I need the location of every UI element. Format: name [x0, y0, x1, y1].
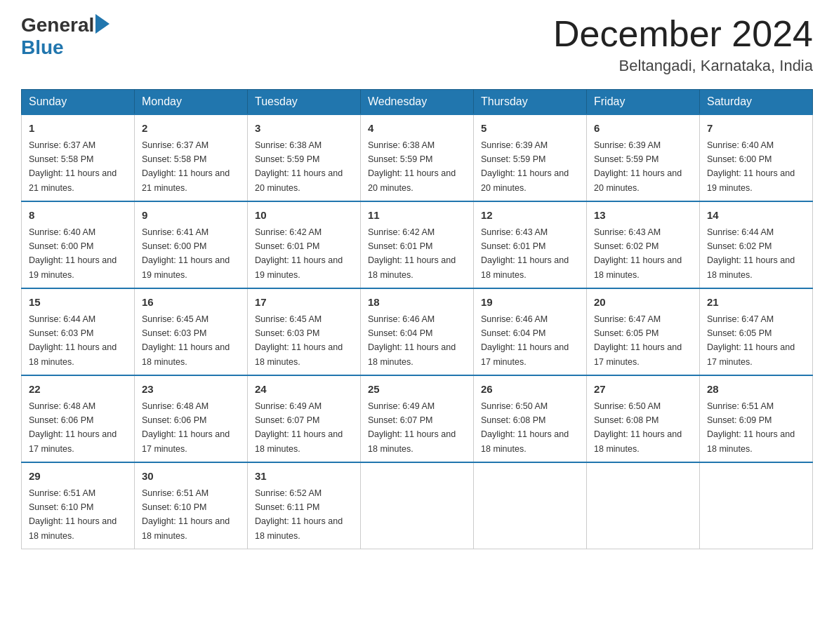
day-info: Sunrise: 6:51 AMSunset: 6:09 PMDaylight:…	[707, 401, 795, 454]
calendar-cell: 29 Sunrise: 6:51 AMSunset: 6:10 PMDaylig…	[22, 462, 135, 549]
day-number: 16	[142, 295, 240, 311]
week-row-4: 22 Sunrise: 6:48 AMSunset: 6:06 PMDaylig…	[22, 375, 813, 462]
day-info: Sunrise: 6:48 AMSunset: 6:06 PMDaylight:…	[29, 401, 117, 454]
calendar-cell: 7 Sunrise: 6:40 AMSunset: 6:00 PMDayligh…	[700, 114, 813, 201]
calendar-cell: 8 Sunrise: 6:40 AMSunset: 6:00 PMDayligh…	[22, 201, 135, 288]
day-info: Sunrise: 6:43 AMSunset: 6:02 PMDaylight:…	[594, 227, 682, 280]
day-number: 17	[255, 295, 353, 311]
day-info: Sunrise: 6:41 AMSunset: 6:00 PMDaylight:…	[142, 227, 230, 280]
day-info: Sunrise: 6:47 AMSunset: 6:05 PMDaylight:…	[707, 314, 795, 367]
calendar-cell: 19 Sunrise: 6:46 AMSunset: 6:04 PMDaylig…	[474, 288, 587, 375]
column-header-monday: Monday	[135, 90, 248, 115]
column-header-friday: Friday	[587, 90, 700, 115]
day-number: 3	[255, 121, 353, 137]
calendar-cell: 21 Sunrise: 6:47 AMSunset: 6:05 PMDaylig…	[700, 288, 813, 375]
day-info: Sunrise: 6:50 AMSunset: 6:08 PMDaylight:…	[481, 401, 569, 454]
day-info: Sunrise: 6:39 AMSunset: 5:59 PMDaylight:…	[594, 140, 682, 193]
day-info: Sunrise: 6:44 AMSunset: 6:02 PMDaylight:…	[707, 227, 795, 280]
week-row-5: 29 Sunrise: 6:51 AMSunset: 6:10 PMDaylig…	[22, 462, 813, 549]
calendar-cell: 15 Sunrise: 6:44 AMSunset: 6:03 PMDaylig…	[22, 288, 135, 375]
day-number: 15	[29, 295, 127, 311]
day-number: 7	[707, 121, 805, 137]
calendar-cell: 22 Sunrise: 6:48 AMSunset: 6:06 PMDaylig…	[22, 375, 135, 462]
logo-blue-text: Blue	[21, 36, 64, 59]
calendar-cell: 17 Sunrise: 6:45 AMSunset: 6:03 PMDaylig…	[248, 288, 361, 375]
calendar-cell: 13 Sunrise: 6:43 AMSunset: 6:02 PMDaylig…	[587, 201, 700, 288]
calendar-cell: 26 Sunrise: 6:50 AMSunset: 6:08 PMDaylig…	[474, 375, 587, 462]
calendar-cell: 28 Sunrise: 6:51 AMSunset: 6:09 PMDaylig…	[700, 375, 813, 462]
day-info: Sunrise: 6:42 AMSunset: 6:01 PMDaylight:…	[368, 227, 456, 280]
calendar-cell: 1 Sunrise: 6:37 AMSunset: 5:58 PMDayligh…	[22, 114, 135, 201]
day-number: 25	[368, 382, 466, 398]
calendar-cell: 3 Sunrise: 6:38 AMSunset: 5:59 PMDayligh…	[248, 114, 361, 201]
title-section: December 2024 Beltangadi, Karnataka, Ind…	[553, 14, 813, 75]
calendar-cell	[474, 462, 587, 549]
calendar-cell: 25 Sunrise: 6:49 AMSunset: 6:07 PMDaylig…	[361, 375, 474, 462]
day-number: 22	[29, 382, 127, 398]
day-number: 30	[142, 469, 240, 485]
day-info: Sunrise: 6:40 AMSunset: 6:00 PMDaylight:…	[29, 227, 117, 280]
day-number: 29	[29, 469, 127, 485]
calendar-cell: 11 Sunrise: 6:42 AMSunset: 6:01 PMDaylig…	[361, 201, 474, 288]
calendar-cell	[587, 462, 700, 549]
column-header-tuesday: Tuesday	[248, 90, 361, 115]
day-number: 2	[142, 121, 240, 137]
day-info: Sunrise: 6:51 AMSunset: 6:10 PMDaylight:…	[29, 488, 117, 541]
day-number: 28	[707, 382, 805, 398]
month-title: December 2024	[553, 14, 813, 54]
day-number: 20	[594, 295, 692, 311]
day-info: Sunrise: 6:44 AMSunset: 6:03 PMDaylight:…	[29, 314, 117, 367]
column-header-wednesday: Wednesday	[361, 90, 474, 115]
day-info: Sunrise: 6:50 AMSunset: 6:08 PMDaylight:…	[594, 401, 682, 454]
day-info: Sunrise: 6:42 AMSunset: 6:01 PMDaylight:…	[255, 227, 343, 280]
day-info: Sunrise: 6:43 AMSunset: 6:01 PMDaylight:…	[481, 227, 569, 280]
calendar-cell: 6 Sunrise: 6:39 AMSunset: 5:59 PMDayligh…	[587, 114, 700, 201]
day-number: 27	[594, 382, 692, 398]
day-info: Sunrise: 6:37 AMSunset: 5:58 PMDaylight:…	[142, 140, 230, 193]
column-header-saturday: Saturday	[700, 90, 813, 115]
calendar-cell	[361, 462, 474, 549]
day-number: 1	[29, 121, 127, 137]
day-info: Sunrise: 6:38 AMSunset: 5:59 PMDaylight:…	[255, 140, 343, 193]
day-number: 9	[142, 208, 240, 224]
day-number: 11	[368, 208, 466, 224]
day-info: Sunrise: 6:45 AMSunset: 6:03 PMDaylight:…	[255, 314, 343, 367]
calendar-cell: 10 Sunrise: 6:42 AMSunset: 6:01 PMDaylig…	[248, 201, 361, 288]
calendar-header-row: SundayMondayTuesdayWednesdayThursdayFrid…	[22, 90, 813, 115]
day-number: 21	[707, 295, 805, 311]
calendar-cell: 18 Sunrise: 6:46 AMSunset: 6:04 PMDaylig…	[361, 288, 474, 375]
day-number: 4	[368, 121, 466, 137]
day-number: 18	[368, 295, 466, 311]
week-row-3: 15 Sunrise: 6:44 AMSunset: 6:03 PMDaylig…	[22, 288, 813, 375]
calendar-cell: 9 Sunrise: 6:41 AMSunset: 6:00 PMDayligh…	[135, 201, 248, 288]
column-header-sunday: Sunday	[22, 90, 135, 115]
logo: General Blue	[21, 14, 110, 59]
day-info: Sunrise: 6:46 AMSunset: 6:04 PMDaylight:…	[368, 314, 456, 367]
day-number: 13	[594, 208, 692, 224]
calendar-cell: 5 Sunrise: 6:39 AMSunset: 5:59 PMDayligh…	[474, 114, 587, 201]
day-number: 12	[481, 208, 579, 224]
day-info: Sunrise: 6:52 AMSunset: 6:11 PMDaylight:…	[255, 488, 343, 541]
day-number: 26	[481, 382, 579, 398]
calendar-cell: 16 Sunrise: 6:45 AMSunset: 6:03 PMDaylig…	[135, 288, 248, 375]
day-number: 31	[255, 469, 353, 485]
day-info: Sunrise: 6:40 AMSunset: 6:00 PMDaylight:…	[707, 140, 795, 193]
calendar-cell: 27 Sunrise: 6:50 AMSunset: 6:08 PMDaylig…	[587, 375, 700, 462]
day-number: 24	[255, 382, 353, 398]
calendar-cell: 4 Sunrise: 6:38 AMSunset: 5:59 PMDayligh…	[361, 114, 474, 201]
calendar-cell: 14 Sunrise: 6:44 AMSunset: 6:02 PMDaylig…	[700, 201, 813, 288]
day-info: Sunrise: 6:39 AMSunset: 5:59 PMDaylight:…	[481, 140, 569, 193]
week-row-1: 1 Sunrise: 6:37 AMSunset: 5:58 PMDayligh…	[22, 114, 813, 201]
day-info: Sunrise: 6:46 AMSunset: 6:04 PMDaylight:…	[481, 314, 569, 367]
day-number: 14	[707, 208, 805, 224]
day-number: 10	[255, 208, 353, 224]
calendar-cell: 20 Sunrise: 6:47 AMSunset: 6:05 PMDaylig…	[587, 288, 700, 375]
week-row-2: 8 Sunrise: 6:40 AMSunset: 6:00 PMDayligh…	[22, 201, 813, 288]
day-info: Sunrise: 6:38 AMSunset: 5:59 PMDaylight:…	[368, 140, 456, 193]
location-title: Beltangadi, Karnataka, India	[553, 57, 813, 75]
calendar-cell	[700, 462, 813, 549]
day-number: 5	[481, 121, 579, 137]
calendar-cell: 31 Sunrise: 6:52 AMSunset: 6:11 PMDaylig…	[248, 462, 361, 549]
day-number: 6	[594, 121, 692, 137]
day-info: Sunrise: 6:37 AMSunset: 5:58 PMDaylight:…	[29, 140, 117, 193]
